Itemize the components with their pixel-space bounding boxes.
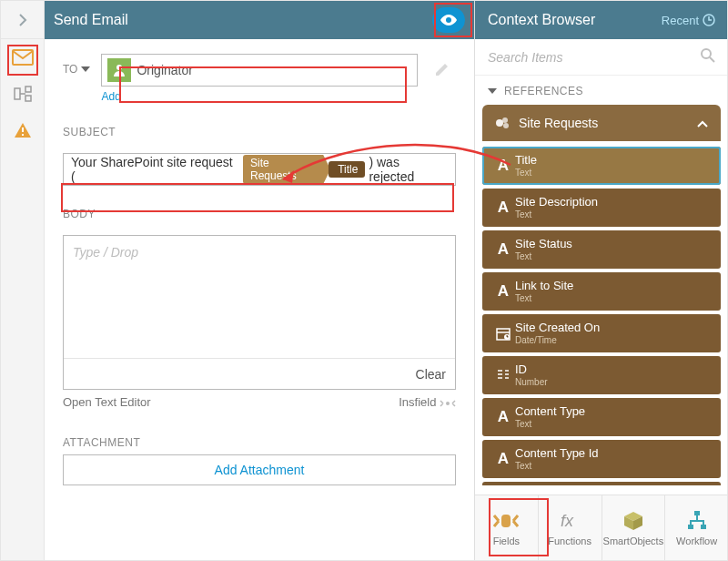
clear-button[interactable]: Clear [416,367,446,382]
field-type-icon: A [491,199,515,217]
to-input[interactable]: Originator [101,54,418,87]
svg-point-12 [502,117,508,123]
add-attachment-button[interactable]: Add Attachment [63,454,456,485]
subject-text-pre: Your SharePoint site request ( [71,155,239,184]
field-type-icon: A [491,240,515,259]
subject-text-post: ) was rejected [369,155,448,184]
workflow-icon [686,510,708,532]
body-box: Type / Drop Clear [63,235,456,390]
to-value: Originator [136,63,192,77]
svg-text:fx: fx [561,512,574,530]
field-type: Text [515,461,599,471]
preview-button[interactable] [432,7,465,33]
tab-workflow[interactable]: Workflow [665,495,728,560]
svg-point-6 [446,17,451,23]
svg-rect-22 [694,511,700,515]
insert-field-link[interactable]: Insfield [399,395,456,409]
pencil-icon [434,61,450,77]
context-header: Context Browser Recent [475,1,728,39]
chevron-down-icon [81,66,90,72]
context-tabs: Fields fx Functions SmartObjects Workflo… [475,495,728,560]
flow-icon [14,85,32,103]
edit-to-button[interactable] [429,56,456,83]
field-name: Link to Site [515,280,573,292]
send-email-pane: Send Email TO Originator Add SUBJECT You… [45,1,474,560]
person-icon [107,58,131,82]
to-label[interactable]: TO [63,54,90,76]
field-type-icon: A [491,282,515,301]
svg-point-13 [503,123,509,128]
svg-rect-23 [688,525,693,529]
references-header[interactable]: REFERENCES [475,76,728,105]
pane-title: Send Email [54,12,128,28]
tab-fields[interactable]: Fields [475,495,539,560]
field-item-content-type-id[interactable]: AContent Type IdText [482,440,721,478]
svg-point-7 [116,65,122,70]
field-type-icon: A [491,408,515,426]
svg-point-8 [446,402,450,405]
field-item-site-created-on[interactable]: Site Created OnDate/Time [482,314,721,352]
group-site-requests[interactable]: Site Requests [482,105,721,141]
envelope-icon [12,49,34,66]
field-list: ATitleTextASite DescriptionTextASite Sta… [482,147,721,485]
svg-rect-3 [25,96,31,101]
warning-icon [14,121,32,139]
field-type: Text [515,168,537,178]
search-input[interactable]: Search Items [475,39,728,76]
svg-rect-2 [25,87,31,92]
clock-icon [703,14,715,26]
eye-icon [440,14,458,26]
svg-point-11 [496,119,503,127]
field-name: Content Type Id [515,447,599,460]
functions-icon: fx [559,510,581,532]
field-name: ID [515,363,548,376]
context-title: Context Browser [488,12,595,28]
context-browser-pane: Context Browser Recent Search Items REFE… [474,1,728,560]
svg-rect-20 [501,515,511,527]
attachment-label: ATTACHMENT [45,409,474,454]
rail-expand-button[interactable] [1,1,45,39]
cube-icon [622,510,644,532]
field-name: Content Type [515,405,585,418]
field-item-title[interactable]: ATitleText [482,147,721,185]
field-name: Site Created On [515,321,600,334]
sharepoint-icon [495,117,511,129]
rail-activity-icon[interactable] [1,76,45,112]
field-type: Text [515,293,573,303]
fields-icon [493,510,519,532]
search-icon [701,48,715,66]
field-name: Site Description [515,196,598,209]
subject-input[interactable]: Your SharePoint site request ( Site Requ… [63,153,456,186]
pane-header: Send Email [45,1,474,39]
field-name: Site Status [515,238,572,250]
field-type: Date/Time [515,335,600,345]
subject-label: SUBJECT [45,104,474,148]
svg-rect-24 [701,525,706,529]
field-item-site-description[interactable]: ASite DescriptionText [482,189,721,227]
rail-email-icon[interactable] [1,39,45,76]
recent-link[interactable]: Recent [662,14,715,27]
rail-warning-icon[interactable] [1,112,45,148]
tab-smartobjects[interactable]: SmartObjects [602,495,666,560]
field-type: Text [515,419,585,429]
field-item-link-to-site[interactable]: ALink to SiteText [482,272,721,311]
field-type: Text [515,251,572,261]
field-item-content-type[interactable]: AContent TypeText [482,398,721,436]
tab-functions[interactable]: fx Functions [539,495,602,560]
field-type-icon [491,368,515,382]
open-text-editor-link[interactable]: Open Text Editor [63,395,151,409]
svg-rect-5 [22,134,24,136]
field-type: Text [515,209,598,219]
body-label: BODY [45,186,474,230]
insfield-icon [440,399,456,408]
subject-chip-group[interactable]: Site Requests [243,155,330,184]
field-name: Title [515,154,537,167]
field-item-site-status[interactable]: ASite StatusText [482,230,721,269]
chevron-right-icon [16,14,29,26]
svg-rect-4 [22,128,24,132]
add-recipient-link[interactable]: Add [101,87,120,103]
field-item-modified[interactable]: ModifiedDate/Time [482,482,721,485]
field-item-id[interactable]: IDNumber [482,356,721,394]
body-input[interactable]: Type / Drop [64,236,455,358]
subject-chip-field[interactable]: Title [329,161,365,178]
